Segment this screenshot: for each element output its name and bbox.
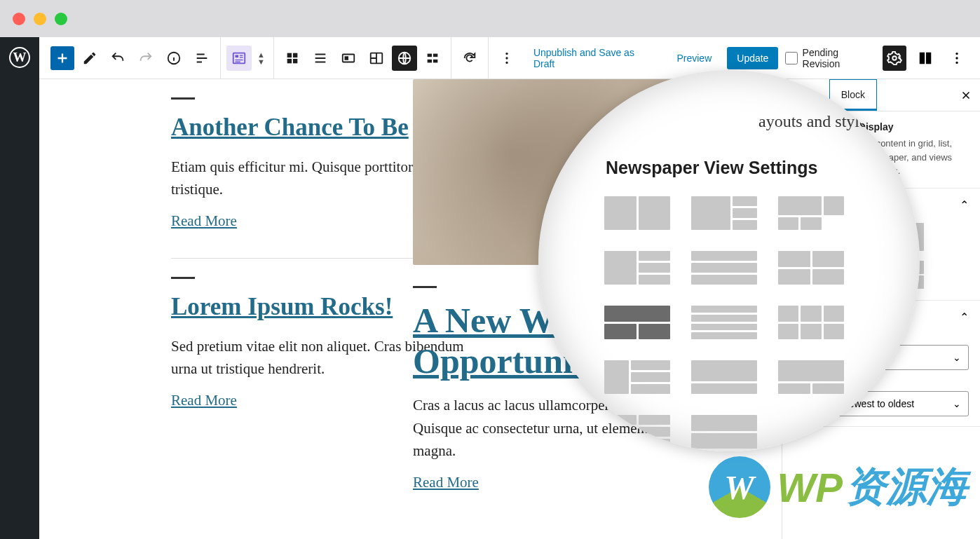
outline-button[interactable] [189, 46, 215, 71]
layout-option[interactable] [691, 415, 757, 449]
magnifier-overlay: ayouts and styles. Newspaper View Settin… [538, 70, 920, 451]
grid-view-icon[interactable] [280, 46, 305, 71]
slider-view-icon[interactable] [420, 46, 445, 71]
preview-button[interactable]: Preview [668, 47, 720, 69]
minimize-window-button[interactable] [34, 13, 46, 25]
post-divider [171, 97, 195, 100]
block-mover[interactable]: ▲▼ [254, 51, 268, 65]
mac-titlebar [0, 0, 980, 37]
svg-point-27 [955, 61, 958, 63]
layout-option[interactable] [604, 360, 670, 394]
chevron-down-icon: ⌄ [953, 352, 961, 363]
refresh-button[interactable] [457, 46, 482, 71]
chevron-down-icon: ⌄ [953, 398, 961, 409]
list-view-icon[interactable] [308, 46, 333, 71]
maximize-window-button[interactable] [55, 13, 67, 25]
magnifier-bg-text: ayouts and styles. [594, 112, 892, 131]
add-block-button[interactable] [50, 46, 74, 70]
pending-revision-checkbox[interactable]: Pending Revision [785, 47, 875, 69]
svg-rect-16 [433, 53, 437, 57]
read-more-link[interactable]: Read More [171, 392, 237, 409]
svg-rect-2 [236, 55, 239, 57]
layout-option[interactable] [691, 196, 757, 230]
layout-option[interactable] [778, 306, 844, 339]
update-button[interactable]: Update [727, 47, 778, 69]
read-more-link[interactable]: Read More [171, 212, 237, 230]
svg-point-19 [505, 52, 508, 54]
svg-point-21 [505, 61, 508, 63]
svg-rect-17 [428, 59, 432, 62]
close-window-button[interactable] [13, 13, 25, 25]
svg-rect-18 [433, 59, 437, 62]
svg-rect-4 [240, 57, 243, 57]
layout-option[interactable] [691, 251, 757, 285]
layout-option[interactable] [604, 251, 670, 285]
post-divider [171, 277, 195, 279]
svg-rect-3 [240, 55, 243, 55]
frontpage-view-icon[interactable] [364, 46, 389, 71]
layout-option[interactable] [691, 306, 757, 339]
layout-option-selected[interactable] [604, 306, 670, 339]
unpublish-button[interactable]: Unpublish and Save as Draft [525, 41, 662, 75]
svg-rect-24 [926, 52, 931, 64]
more-options-button[interactable] [945, 46, 969, 71]
wp-admin-bar: W [0, 37, 39, 539]
post-divider [413, 286, 437, 288]
layout-option[interactable] [778, 196, 844, 230]
watermark-logo-icon: W [709, 456, 770, 518]
close-sidebar-button[interactable] [952, 79, 980, 111]
svg-point-26 [955, 57, 958, 59]
svg-point-20 [505, 57, 508, 59]
content-display-block-icon[interactable] [226, 46, 252, 71]
card-view-icon[interactable] [336, 46, 361, 71]
wordpress-logo-icon[interactable]: W [9, 47, 30, 68]
pending-revision-label: Pending Revision [803, 47, 876, 69]
svg-rect-10 [293, 58, 297, 62]
svg-rect-23 [920, 52, 925, 64]
svg-point-25 [955, 52, 958, 54]
svg-rect-15 [428, 53, 432, 57]
svg-rect-5 [236, 59, 243, 60]
layout-option[interactable] [778, 251, 844, 285]
svg-rect-7 [287, 53, 292, 57]
editor-toolbar: ▲▼ Unpublish and Save as Dr [39, 37, 980, 79]
svg-rect-8 [293, 53, 297, 57]
layout-option[interactable] [604, 196, 670, 230]
settings-button[interactable] [883, 46, 906, 71]
watermark: W WP 资源海 [709, 456, 967, 518]
block-options-button[interactable] [494, 46, 519, 71]
svg-rect-6 [236, 61, 240, 62]
edit-tool-button[interactable] [77, 46, 102, 71]
chevron-up-icon: ⌃ [960, 198, 969, 212]
svg-rect-12 [344, 56, 348, 60]
layout-option[interactable] [778, 360, 844, 394]
details-button[interactable] [161, 46, 186, 71]
read-more-link[interactable]: Read More [413, 474, 479, 491]
newspaper-view-icon[interactable] [392, 46, 417, 71]
magnifier-panel-title: Newspaper View Settings [606, 158, 892, 178]
chevron-up-icon: ⌃ [960, 311, 969, 324]
redo-button[interactable] [133, 46, 158, 71]
layout-option[interactable] [691, 360, 757, 394]
undo-button[interactable] [105, 46, 130, 71]
svg-rect-9 [287, 58, 292, 62]
jetpack-button[interactable] [913, 46, 937, 71]
svg-point-22 [892, 56, 897, 60]
